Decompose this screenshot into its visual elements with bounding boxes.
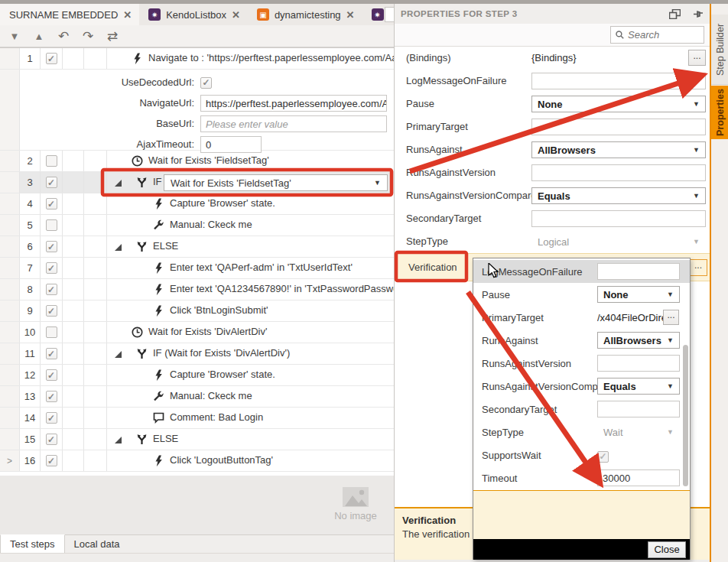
toolbar-search-sliver[interactable] (385, 7, 394, 22)
redo-icon[interactable]: ↷ (81, 28, 95, 44)
test-step-row-1[interactable]: 1✓Navigate to : 'https://perftest.paperl… (0, 48, 394, 70)
test-step-row-7[interactable]: 7✓Enter text 'QAPerf-adm' in 'TxtUserIdT… (0, 258, 394, 279)
property-row-pause[interactable]: PauseNone▼ (473, 283, 690, 306)
test-step-row-14[interactable]: 14✓Comment: Bad Login (0, 408, 394, 429)
property-row-bindings[interactable]: (Bindings){Bindings}... (395, 47, 710, 70)
properties-search-box[interactable] (610, 26, 704, 44)
property-row-runsagainstversion[interactable]: RunsAgainstVersion (473, 352, 690, 375)
property-row-secondarytarget[interactable]: SecondaryTarget (473, 398, 690, 421)
close-button[interactable]: Close (648, 541, 686, 558)
document-tab-kendolistbox[interactable]: ✷KendoListbox✕ (139, 4, 248, 25)
runsagainst-dropdown[interactable]: AllBrowsers▼ (531, 141, 706, 158)
runsagainstversion-input[interactable] (531, 164, 706, 181)
step-description-cell: Click 'BtnLoginSubmit' (107, 300, 394, 321)
step-enabled-checkbox[interactable]: ✓ (46, 305, 57, 317)
property-row-primarytarget[interactable]: PrimaryTarget (395, 115, 710, 138)
step-enabled-checkbox[interactable]: ✓ (46, 348, 57, 359)
logmessageonfailure-input[interactable] (597, 263, 680, 280)
property-row-logmessageonfailure[interactable]: LogMessageOnFailure (395, 70, 710, 93)
primarytarget-ellipsis-button[interactable]: ... (663, 310, 679, 325)
verification-ellipsis-button[interactable]: ... (689, 259, 707, 276)
test-step-row-12[interactable]: 12✓Capture 'Browser' state. (0, 365, 394, 386)
step-enabled-checkbox[interactable]: ✓ (46, 241, 57, 252)
popup-scrollbar-thumb[interactable] (683, 345, 688, 486)
move-up-icon[interactable]: ▲ (32, 31, 46, 42)
logmessageonfailure-input[interactable] (531, 73, 706, 89)
collapse-expander-icon[interactable] (115, 244, 122, 251)
test-step-row-5[interactable]: 5Manual: Ckeck me (0, 215, 394, 236)
pause-dropdown[interactable]: None▼ (531, 96, 706, 112)
step-enabled-checkbox[interactable]: ✓ (46, 412, 57, 424)
step-enabled-checkbox[interactable] (46, 326, 57, 338)
property-row-secondarytarget[interactable]: SecondaryTarget (395, 207, 710, 230)
if-condition-dropdown[interactable]: Wait for Exists 'FieldsetTag'▼ (164, 174, 388, 191)
bottom-tab-test-steps[interactable]: Test steps (0, 534, 65, 553)
secondarytarget-input[interactable] (531, 210, 706, 227)
property-row-logmessageonfailure[interactable]: LogMessageOnFailure (473, 260, 690, 283)
property-row-timeout[interactable]: Timeout30000 (473, 466, 690, 489)
secondarytarget-input[interactable] (597, 401, 680, 417)
runsagainst-dropdown[interactable]: AllBrowsers▼ (597, 332, 680, 349)
property-row-runsagainstversioncompare[interactable]: RunsAgainstVersionCompareEquals▼ (473, 375, 690, 398)
tab-step-builder[interactable]: Step Builder (711, 15, 728, 85)
properties-search-input[interactable] (628, 29, 697, 41)
swap-steps-icon[interactable]: ⇄ (106, 28, 119, 44)
test-step-row-11[interactable]: 11✓IF (Wait for Exists 'DivAlertDiv') (0, 343, 394, 365)
collapse-expander-icon[interactable] (115, 437, 122, 443)
runsagainstversioncompare-dropdown[interactable]: Equals▼ (531, 187, 706, 204)
step-enabled-checkbox[interactable]: ✓ (46, 284, 57, 295)
test-step-row-10[interactable]: 10Wait for Exists 'DivAlertDiv' (0, 322, 394, 343)
tab-properties[interactable]: Properties (711, 86, 728, 139)
step-enabled-checkbox[interactable] (46, 155, 57, 167)
property-row-runsagainstversion[interactable]: RunsAgainstVersion (395, 161, 710, 184)
tab-close-icon[interactable]: ✕ (232, 9, 240, 21)
bottom-tab-local-data[interactable]: Local data (65, 535, 129, 553)
property-row-supportswait[interactable]: SupportsWait✓ (473, 443, 690, 466)
test-step-row-13[interactable]: 13✓Manual: Ckeck me (0, 386, 394, 408)
test-step-row-6[interactable]: 6✓ELSE (0, 236, 394, 258)
primarytarget-input[interactable] (531, 119, 706, 135)
runsagainstversioncompare-dropdown[interactable]: Equals▼ (597, 378, 680, 395)
step-enabled-checkbox[interactable]: ✓ (46, 262, 57, 274)
property-row-primarytarget[interactable]: PrimaryTarget/x404FileOrDirec... (473, 306, 690, 329)
test-step-row-8[interactable]: 8✓Enter text 'QA1234567890!' in 'TxtPass… (0, 279, 394, 300)
pause-dropdown[interactable]: None▼ (597, 286, 680, 303)
property-row-pause[interactable]: PauseNone▼ (395, 93, 710, 115)
move-down-icon[interactable]: ▼ (8, 31, 21, 42)
navigateurl-input[interactable]: https://perftest.paperlessemployee.com/A… (200, 95, 387, 112)
step-enabled-checkbox[interactable]: ✓ (46, 177, 57, 188)
test-step-row-3[interactable]: 3✓IF (Wait for Exists 'FieldsetTag'▼ (0, 172, 394, 193)
property-row-runsagainstversioncompare[interactable]: RunsAgainstVersionCompareEquals▼ (395, 184, 710, 207)
collapse-expander-icon[interactable] (115, 180, 122, 187)
step-enabled-checkbox[interactable]: ✓ (46, 53, 57, 64)
document-tab-dynamictesting[interactable]: ▣dynamictesting✕ (248, 4, 362, 25)
step-enabled-checkbox[interactable]: ✓ (46, 391, 57, 402)
float-window-icon[interactable] (669, 9, 681, 19)
tab-close-icon[interactable]: ✕ (123, 9, 132, 21)
runsagainstversion-input[interactable] (597, 355, 680, 372)
collapse-expander-icon[interactable] (115, 351, 122, 358)
step-enabled-checkbox[interactable]: ✓ (46, 434, 57, 445)
step-enabled-checkbox[interactable]: ✓ (597, 451, 609, 463)
test-step-row-2[interactable]: 2Wait for Exists 'FieldsetTag' (0, 151, 394, 172)
tab-close-icon[interactable]: ✕ (346, 9, 355, 21)
step-enabled-checkbox[interactable]: ✓ (46, 455, 57, 466)
baseurl-input[interactable]: Please enter value (200, 115, 387, 132)
test-step-row-9[interactable]: 9✓Click 'BtnLoginSubmit' (0, 300, 394, 322)
test-step-row-15[interactable]: 15✓ELSE (0, 429, 394, 450)
step-enabled-checkbox[interactable]: ✓ (46, 369, 57, 381)
document-tab-surname-embedded[interactable]: SURNAME EMBEDDED✕ (0, 4, 139, 25)
bindings-ellipsis-button[interactable]: ... (688, 50, 706, 66)
property-row-steptype[interactable]: StepTypeWait▼ (473, 421, 690, 443)
property-row-runsagainst[interactable]: RunsAgainstAllBrowsers▼ (473, 329, 690, 352)
test-step-row-16[interactable]: >16✓Click 'LogoutButtonTag' (0, 450, 394, 472)
timeout-input[interactable]: 30000 (597, 469, 680, 486)
undo-icon[interactable]: ↶ (57, 28, 70, 44)
test-step-row-4[interactable]: 4✓Capture 'Browser' state. (0, 193, 394, 215)
step-enabled-checkbox[interactable]: ✓ (46, 198, 57, 210)
step-enabled-checkbox[interactable]: ✓ (200, 77, 212, 89)
property-row-runsagainst[interactable]: RunsAgainstAllBrowsers▼ (395, 138, 710, 161)
pin-icon[interactable] (693, 9, 704, 19)
step-enabled-checkbox[interactable] (46, 219, 57, 231)
property-row-steptype[interactable]: StepTypeLogical▼ (395, 230, 710, 253)
